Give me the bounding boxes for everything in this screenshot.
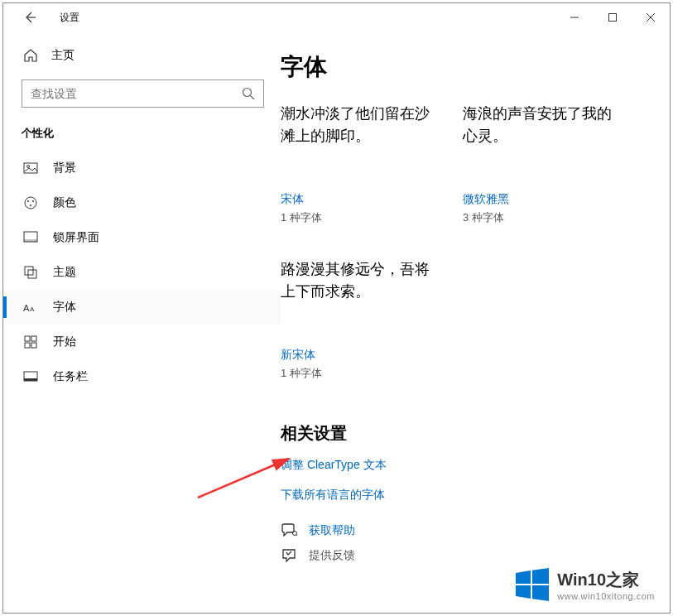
settings-window: 设置 主页 个性化 [2, 2, 671, 614]
svg-point-4 [25, 197, 36, 209]
font-icon: AA [23, 300, 38, 315]
sidebar-item-colors[interactable]: 颜色 [3, 185, 281, 220]
minimize-icon [570, 13, 579, 22]
sidebar-item-fonts[interactable]: AA 字体 [3, 290, 281, 325]
theme-icon [23, 265, 38, 280]
close-button[interactable] [632, 4, 670, 31]
svg-rect-11 [28, 270, 36, 278]
sidebar-item-label: 字体 [53, 300, 76, 315]
maximize-button[interactable] [594, 4, 632, 31]
sidebar-item-label: 颜色 [53, 195, 76, 210]
font-card-nsimsun[interactable]: 路漫漫其修远兮，吾将上下而求索。 新宋体 1 种字体 [281, 258, 430, 381]
svg-point-6 [32, 200, 34, 202]
page-title: 字体 [281, 51, 645, 83]
svg-point-5 [27, 200, 29, 202]
help-icon [281, 522, 297, 539]
font-sample: 海浪的声音安抚了我的心灵。 [463, 103, 612, 177]
feedback-icon [281, 547, 297, 564]
window-title: 设置 [60, 11, 79, 25]
palette-icon [23, 195, 38, 210]
font-grid: 潮水冲淡了他们留在沙滩上的脚印。 宋体 1 种字体 海浪的声音安抚了我的心灵。 … [281, 103, 645, 381]
link-cleartype[interactable]: 调整 ClearType 文本 [281, 458, 645, 473]
font-card-songti[interactable]: 潮水冲淡了他们留在沙滩上的脚印。 宋体 1 种字体 [281, 103, 430, 225]
svg-text:A: A [30, 306, 35, 313]
nav-list: 背景 颜色 锁屏界面 主题 AA 字体 [3, 151, 281, 394]
link-download-fonts[interactable]: 下载所有语言的字体 [281, 488, 645, 503]
sidebar-item-label: 主题 [53, 265, 76, 280]
section-label: 个性化 [3, 123, 281, 151]
sidebar-item-label: 背景 [53, 161, 76, 176]
taskbar-icon [23, 369, 38, 384]
svg-text:A: A [23, 303, 30, 313]
sidebar-item-label: 任务栏 [53, 369, 88, 384]
sidebar: 主页 个性化 背景 颜色 锁屏界面 [3, 31, 281, 613]
sidebar-item-background[interactable]: 背景 [3, 151, 281, 185]
search-icon [242, 87, 255, 100]
arrow-left-icon [23, 11, 36, 24]
get-help-label: 获取帮助 [309, 523, 355, 538]
feedback-row[interactable]: 提供反馈 [281, 547, 645, 564]
svg-point-7 [30, 205, 31, 206]
sidebar-item-lockscreen[interactable]: 锁屏界面 [3, 220, 281, 255]
home-icon [23, 48, 38, 63]
font-name: 新宋体 [281, 348, 430, 363]
sidebar-item-label: 开始 [53, 334, 76, 349]
sidebar-item-start[interactable]: 开始 [3, 325, 281, 359]
back-button[interactable] [22, 9, 38, 26]
search-box[interactable] [22, 79, 264, 108]
svg-rect-0 [609, 14, 617, 22]
picture-icon [23, 161, 38, 176]
content-area: 主页 个性化 背景 颜色 锁屏界面 [3, 31, 670, 613]
font-card-yahei[interactable]: 海浪的声音安抚了我的心灵。 微软雅黑 3 种字体 [463, 103, 612, 225]
main-panel: 字体 潮水冲淡了他们留在沙滩上的脚印。 宋体 1 种字体 海浪的声音安抚了我的心… [281, 31, 670, 613]
svg-rect-10 [25, 267, 33, 275]
svg-rect-14 [25, 336, 30, 341]
font-count: 1 种字体 [281, 210, 430, 225]
svg-rect-17 [31, 343, 36, 348]
sidebar-item-taskbar[interactable]: 任务栏 [3, 359, 281, 394]
font-sample: 潮水冲淡了他们留在沙滩上的脚印。 [281, 103, 430, 177]
maximize-icon [608, 13, 617, 22]
start-icon [23, 334, 38, 349]
svg-point-1 [243, 89, 252, 97]
search-input[interactable] [31, 87, 242, 100]
get-help-row[interactable]: 获取帮助 [281, 522, 645, 539]
feedback-label: 提供反馈 [309, 548, 355, 563]
font-count: 3 种字体 [463, 210, 612, 225]
svg-rect-15 [31, 336, 36, 341]
minimize-button[interactable] [555, 4, 594, 31]
font-name: 微软雅黑 [463, 192, 612, 207]
svg-rect-9 [24, 239, 37, 242]
titlebar: 设置 [3, 3, 670, 31]
home-label: 主页 [51, 48, 75, 63]
lockscreen-icon [23, 230, 38, 245]
sidebar-item-label: 锁屏界面 [53, 230, 99, 245]
font-count: 1 种字体 [281, 366, 430, 381]
font-sample: 路漫漫其修远兮，吾将上下而求索。 [281, 258, 430, 333]
related-settings-heading: 相关设置 [281, 422, 645, 445]
close-icon [647, 13, 655, 22]
sidebar-item-themes[interactable]: 主题 [3, 255, 281, 290]
svg-point-3 [27, 166, 30, 168]
svg-rect-16 [25, 343, 30, 348]
font-name: 宋体 [281, 192, 430, 207]
home-nav[interactable]: 主页 [3, 41, 281, 75]
svg-rect-19 [24, 378, 37, 381]
